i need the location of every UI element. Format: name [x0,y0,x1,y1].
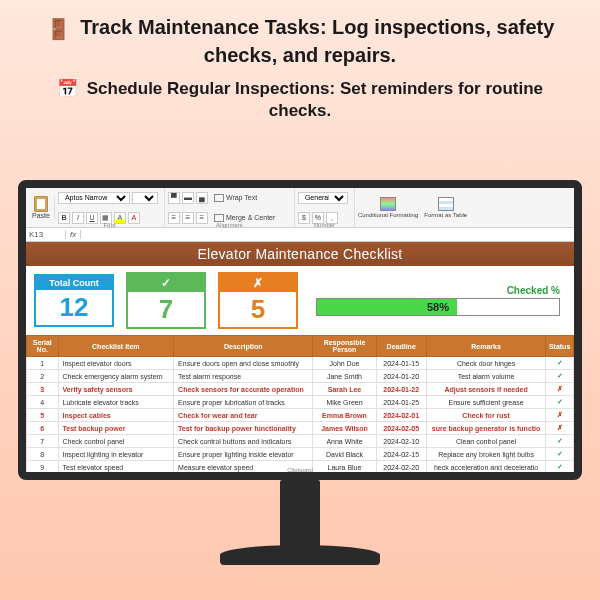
cell[interactable]: 5 [27,409,59,422]
cell[interactable]: 7 [27,435,59,448]
cell[interactable]: 2 [27,370,59,383]
wrap-text-button[interactable]: Wrap Text [214,194,257,202]
cell[interactable]: Clean control panel [426,435,545,448]
table-row[interactable]: 4Lubricate elevator tracksEnsure proper … [27,396,574,409]
col-header[interactable]: Serial No. [27,336,59,357]
ribbon-font-group: Aptos Narrow 11 B I U ▦ A A Font [55,188,165,227]
cell[interactable]: Check sensors for accurate operation [174,383,313,396]
cell[interactable]: 2024-02-10 [376,435,426,448]
cell[interactable]: Ensure proper lubrication of tracks [174,396,313,409]
cell[interactable]: Test for backup power functionality [174,422,313,435]
align-middle-button[interactable]: ▬ [182,192,194,204]
cell[interactable]: 2024-02-01 [376,409,426,422]
cell[interactable]: ✓ [546,448,574,461]
cell[interactable]: ✗ [546,409,574,422]
table-row[interactable]: 8Inspect lighting in elevatorEnsure prop… [27,448,574,461]
font-size-select[interactable]: 11 [132,192,158,204]
col-header[interactable]: Description [174,336,313,357]
name-box[interactable]: K13 [26,230,66,239]
stat-fail-value: 5 [220,292,296,327]
col-header[interactable]: Remarks [426,336,545,357]
col-header[interactable]: Deadline [376,336,426,357]
format-as-table-icon [438,197,454,211]
cell[interactable]: ✗ [546,422,574,435]
cell[interactable]: Check for wear and tear [174,409,313,422]
cell[interactable]: Sarah Lee [313,383,376,396]
cell[interactable]: 2024-01-20 [376,370,426,383]
clipboard-group-label: Clipboard [26,467,574,473]
cell[interactable]: 2024-02-05 [376,422,426,435]
cell[interactable]: Verify safety sensors [58,383,174,396]
cell[interactable]: James Wilson [313,422,376,435]
cell[interactable]: Test backup power [58,422,174,435]
table-body: 1Inspect elevator doorsEnsure doors open… [27,357,574,474]
cell[interactable]: Check emergency alarm system [58,370,174,383]
number-format-select[interactable]: General [298,192,348,204]
format-as-table-button[interactable]: Format as Table [421,197,470,219]
door-icon: 🚪 [46,16,71,42]
stat-done-value: 7 [128,292,204,327]
cell[interactable]: ✓ [546,396,574,409]
cell[interactable]: David Black [313,448,376,461]
table-row[interactable]: 1Inspect elevator doorsEnsure doors open… [27,357,574,370]
monitor-stand-base [220,545,380,565]
stat-total-count: Total Count 12 [34,274,114,327]
cell[interactable]: Ensure proper lighting inside elevator [174,448,313,461]
cell[interactable]: 6 [27,422,59,435]
align-bottom-button[interactable]: ▄ [196,192,208,204]
number-group-label: Number [295,222,354,228]
cell[interactable]: Inspect lighting in elevator [58,448,174,461]
table-row[interactable]: 2Check emergency alarm systemTest alarm … [27,370,574,383]
table-row[interactable]: 3Verify safety sensorsCheck sensors for … [27,383,574,396]
cell[interactable]: ✓ [546,370,574,383]
cell[interactable]: 2024-01-25 [376,396,426,409]
cell[interactable]: 2024-02-15 [376,448,426,461]
table-row[interactable]: 6Test backup powerTest for backup power … [27,422,574,435]
cell[interactable]: Lubricate elevator tracks [58,396,174,409]
paste-icon[interactable] [34,196,48,212]
worksheet[interactable]: Elevator Maintenance Checklist Total Cou… [26,242,574,474]
cell[interactable]: Ensure doors open and close smoothly [174,357,313,370]
cell[interactable]: Replace any broken light bulbs [426,448,545,461]
font-name-select[interactable]: Aptos Narrow [58,192,130,204]
align-top-button[interactable]: ▀ [168,192,180,204]
cell[interactable]: Inspect cables [58,409,174,422]
merge-center-button[interactable]: Merge & Center [214,214,275,222]
cell[interactable]: 2024-01-15 [376,357,426,370]
monitor-screen: Paste Clipboard Aptos Narrow 11 B I U ▦ … [18,180,582,480]
cell[interactable]: Emma Brown [313,409,376,422]
monitor-stand-neck [280,480,320,550]
table-row[interactable]: 5Inspect cablesCheck for wear and tearEm… [27,409,574,422]
cell[interactable]: sure backup generator is functio [426,422,545,435]
cell[interactable]: Anna White [313,435,376,448]
cell[interactable]: ✓ [546,435,574,448]
cell[interactable]: Test alarm volume [426,370,545,383]
cell[interactable]: 1 [27,357,59,370]
cell[interactable]: Ensure sufficient grease [426,396,545,409]
cell[interactable]: Check control buttons and indicators [174,435,313,448]
cell[interactable]: Adjust sensors if needed [426,383,545,396]
cell[interactable]: Test alarm response [174,370,313,383]
cell[interactable]: Inspect elevator doors [58,357,174,370]
cell[interactable]: 3 [27,383,59,396]
stat-fail-count: ✗ 5 [218,272,298,329]
cell[interactable]: 8 [27,448,59,461]
checklist-table[interactable]: Serial No.Checklist ItemDescriptionRespo… [26,335,574,474]
table-row[interactable]: 7Check control panelCheck control button… [27,435,574,448]
cell[interactable]: Jane Smith [313,370,376,383]
formula-input[interactable] [81,230,574,239]
cell[interactable]: 2024-01-22 [376,383,426,396]
cell[interactable]: Check control panel [58,435,174,448]
cell[interactable]: ✓ [546,357,574,370]
cell[interactable]: ✗ [546,383,574,396]
cell[interactable]: Check door hinges [426,357,545,370]
fx-label[interactable]: fx [66,230,81,239]
cell[interactable]: 4 [27,396,59,409]
cell[interactable]: Mike Green [313,396,376,409]
col-header[interactable]: Responsible Person [313,336,376,357]
conditional-formatting-button[interactable]: Conditional Formatting [355,197,421,219]
cell[interactable]: Check for rust [426,409,545,422]
col-header[interactable]: Checklist Item [58,336,174,357]
col-header[interactable]: Status [546,336,574,357]
cell[interactable]: John Doe [313,357,376,370]
